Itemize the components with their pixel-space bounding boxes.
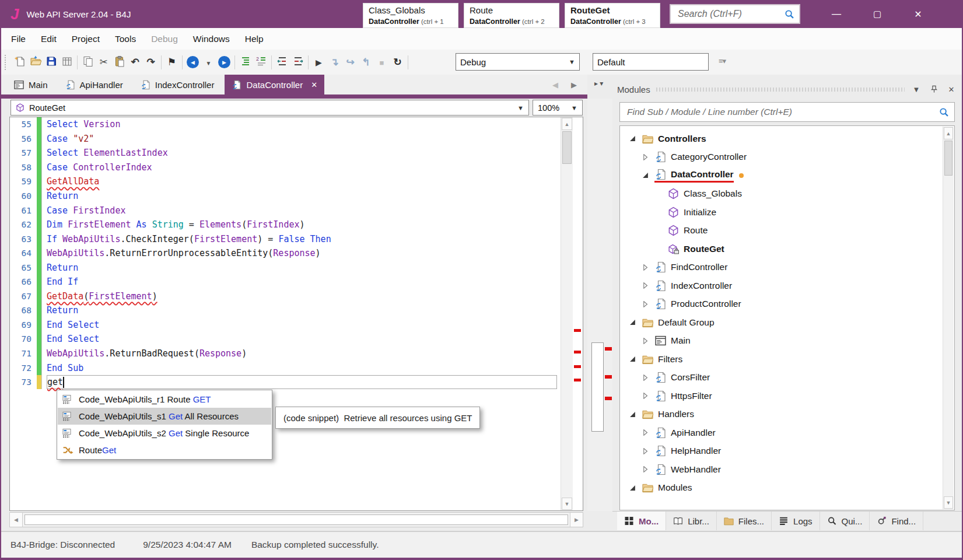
minimize-button[interactable]: — bbox=[829, 9, 844, 19]
code-text[interactable]: Select ElementLastIndex bbox=[47, 146, 561, 160]
bookmark-button[interactable]: ⚑ bbox=[164, 54, 180, 71]
search-icon[interactable] bbox=[785, 9, 794, 19]
tree-item-indexcontroller[interactable]: IndexController bbox=[620, 276, 954, 295]
code-line[interactable]: 73get bbox=[10, 375, 561, 390]
tree-item-controllers[interactable]: Controllers bbox=[620, 130, 954, 148]
collapse-arrow-icon[interactable] bbox=[642, 393, 651, 399]
code-line[interactable]: 64 WebApiUtils.ReturnErrorUnprocessableE… bbox=[10, 246, 561, 261]
expand-arrow-icon[interactable] bbox=[642, 172, 651, 178]
viewport-indicator[interactable] bbox=[591, 342, 604, 432]
editor-zoom-select[interactable]: 100% ▼ bbox=[533, 100, 583, 116]
code-text[interactable]: Case FirstIndex bbox=[47, 203, 561, 218]
tab-list-chevron-icon[interactable]: ▸ ▾ bbox=[594, 79, 603, 88]
code-line[interactable]: 59 GetAllData bbox=[10, 174, 561, 189]
collapse-arrow-icon[interactable] bbox=[642, 301, 651, 307]
debug-mode-select[interactable]: Debug ▼ bbox=[456, 53, 580, 71]
expand-arrow-icon[interactable] bbox=[629, 135, 638, 142]
reindent-button[interactable] bbox=[237, 54, 253, 71]
code-text[interactable]: Return bbox=[47, 189, 561, 204]
code-line[interactable]: 65 Return bbox=[10, 260, 561, 275]
tree-item-route[interactable]: Route bbox=[620, 222, 954, 240]
tab-datacontroller[interactable]: DataController✕ bbox=[225, 75, 324, 94]
code-text[interactable]: WebApiUtils.ReturnErrorUnprocessableEnti… bbox=[47, 246, 561, 261]
indent-region-button[interactable] bbox=[290, 54, 306, 71]
panel-close-icon[interactable]: ✕ bbox=[946, 85, 957, 94]
code-line[interactable]: 66 End If bbox=[10, 275, 561, 289]
editor-vertical-scrollbar[interactable]: ▲ ▼ bbox=[561, 117, 573, 510]
code-line[interactable]: 69 End Select bbox=[10, 318, 561, 332]
scroll-down-button[interactable]: ▼ bbox=[562, 498, 572, 510]
menu-item-windows[interactable]: Windows bbox=[185, 28, 237, 50]
tab-apihandler[interactable]: ApiHandler bbox=[58, 75, 130, 94]
panel-tab-find[interactable]: Find... bbox=[870, 512, 923, 530]
scroll-up-button[interactable]: ▲ bbox=[562, 118, 572, 130]
paste-button[interactable] bbox=[111, 54, 127, 71]
close-button[interactable]: ✕ bbox=[911, 9, 926, 20]
scroll-up-button[interactable]: ▲ bbox=[944, 127, 953, 139]
panel-drag-texture[interactable] bbox=[656, 88, 905, 92]
tree-item-default-group[interactable]: Default Group bbox=[620, 313, 954, 332]
step-out-button[interactable]: ↰ bbox=[358, 54, 374, 71]
save-button[interactable] bbox=[43, 54, 59, 71]
tree-item-webhandler[interactable]: WebHandler bbox=[620, 460, 954, 479]
redo-button[interactable]: ↷ bbox=[143, 54, 159, 71]
nav-forward-button[interactable]: ▶ bbox=[216, 54, 232, 71]
autocomplete-item[interactable]: Code_WebApiUtils_s1 Get All Resources bbox=[58, 408, 271, 425]
tree-item-initialize[interactable]: Initialize bbox=[620, 203, 954, 222]
collapse-arrow-icon[interactable] bbox=[642, 429, 651, 436]
tree-item-categorycontroller[interactable]: CategoryController bbox=[620, 148, 954, 167]
collapse-arrow-icon[interactable] bbox=[642, 154, 651, 160]
tree-item-handlers[interactable]: Handlers bbox=[620, 405, 954, 424]
restart-button[interactable]: ↻ bbox=[390, 54, 405, 71]
tree-scrollbar[interactable]: ▲ ▼ bbox=[943, 127, 954, 509]
editor-horizontal-scrollbar[interactable]: ◀ ▶ bbox=[9, 512, 583, 527]
run-button[interactable]: ▶ bbox=[311, 54, 327, 71]
code-text[interactable]: End Sub bbox=[47, 360, 561, 375]
caret-down-button[interactable]: ▼ bbox=[201, 54, 216, 71]
code-line[interactable]: 56 Case "v2" bbox=[10, 132, 561, 146]
expand-arrow-icon[interactable] bbox=[629, 356, 638, 362]
toolbar-grip[interactable] bbox=[5, 55, 7, 70]
outdent-region-button[interactable] bbox=[274, 54, 290, 71]
code-line[interactable]: 62 Dim FirstElement As String = Elements… bbox=[10, 218, 561, 232]
panel-tab-libr[interactable]: Libr... bbox=[666, 512, 717, 530]
collapse-arrow-icon[interactable] bbox=[642, 466, 651, 473]
code-text[interactable]: Return bbox=[47, 260, 561, 275]
code-line[interactable]: 63 If WebApiUtils.CheckInteger(FirstElem… bbox=[10, 232, 561, 246]
menu-item-file[interactable]: File bbox=[3, 28, 33, 50]
panel-menu-chevron-icon[interactable]: ▼ bbox=[911, 85, 922, 94]
step-into-button[interactable]: ↴ bbox=[327, 54, 342, 71]
tree-item-routeget[interactable]: RouteGet bbox=[620, 240, 954, 258]
copy-button[interactable] bbox=[80, 54, 96, 71]
autocomplete-item[interactable]: Code_WebApiUtils_s2 Get Single Resource bbox=[58, 425, 271, 442]
find-sub-module-box[interactable]: Find Sub / Module / Line number (Ctrl+E) bbox=[619, 102, 955, 122]
expand-arrow-icon[interactable] bbox=[629, 319, 638, 326]
cut-button[interactable]: ✂ bbox=[96, 54, 111, 71]
tab-close-icon[interactable]: ✕ bbox=[311, 80, 317, 89]
code-text[interactable]: Return bbox=[47, 303, 561, 318]
tab-scroll-left-icon[interactable]: ◀ bbox=[552, 80, 558, 89]
tree-item-main[interactable]: Main bbox=[620, 332, 954, 351]
code-line[interactable]: 61 Case FirstIndex bbox=[10, 203, 561, 218]
code-text[interactable]: End Select bbox=[47, 318, 561, 332]
step-over-button[interactable]: ↪ bbox=[342, 54, 358, 71]
tab-main[interactable]: Main bbox=[7, 75, 55, 94]
panel-tab-logs[interactable]: Logs bbox=[772, 512, 820, 530]
code-text[interactable]: WebApiUtils.ReturnBadRequest(Response) bbox=[47, 346, 561, 361]
collapse-arrow-icon[interactable] bbox=[642, 338, 651, 344]
code-line[interactable]: 71 WebApiUtils.ReturnBadRequest(Response… bbox=[10, 346, 561, 361]
scroll-down-button[interactable]: ▼ bbox=[944, 496, 953, 509]
scrollbar-thumb[interactable] bbox=[24, 514, 568, 525]
menu-item-debug[interactable]: Debug bbox=[143, 28, 185, 50]
tree-item-findcontroller[interactable]: FindController bbox=[620, 258, 954, 277]
code-line[interactable]: 68 Return bbox=[10, 303, 561, 318]
build-configuration-select[interactable]: Default bbox=[593, 53, 709, 71]
tree-item-productcontroller[interactable]: ProductController bbox=[620, 295, 954, 314]
code-text[interactable]: End Select bbox=[47, 332, 561, 346]
code-line[interactable]: 58 Case ControllerIndex bbox=[10, 160, 561, 175]
comment-block-button[interactable]: 2 bbox=[253, 54, 269, 71]
code-text[interactable]: Select Version bbox=[47, 117, 561, 132]
package-button[interactable] bbox=[59, 54, 75, 71]
expand-arrow-icon[interactable] bbox=[629, 485, 638, 491]
quick-tab[interactable]: Class_GlobalsDataController (ctrl + 1 bbox=[363, 3, 458, 28]
